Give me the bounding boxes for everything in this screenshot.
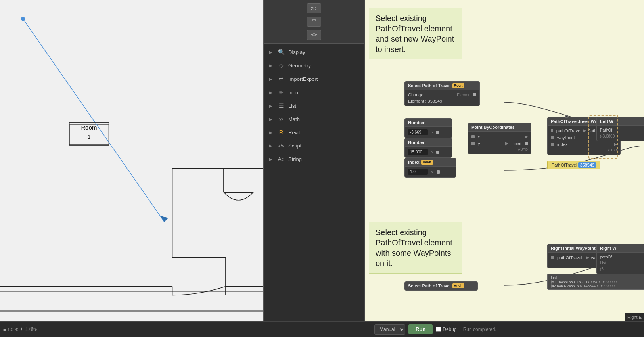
- node-number2[interactable]: Number 15.000 >: [404, 138, 452, 158]
- menu-item-label: Math: [288, 116, 300, 122]
- debug-checkbox[interactable]: [436, 327, 441, 332]
- importexport-icon: ⇄: [277, 76, 285, 82]
- node-header-select-path-top: Select Path of Travel Revit: [405, 82, 479, 90]
- menu-item-label: Input: [288, 90, 300, 96]
- svg-text:Room: Room: [81, 124, 97, 131]
- bottom-bar: ■ 1:0 ⊕ ✦ 主模型 Manual Run Debug Run compl…: [0, 321, 644, 337]
- menu-item-list[interactable]: ▶ ☰ List: [264, 99, 364, 113]
- node-header-point: Point.ByCoordinates: [468, 123, 531, 132]
- node-row-value1: -3.669 >: [405, 128, 452, 136]
- chevron-right-icon: ▶: [269, 90, 272, 95]
- canvas-area: Room 1: [0, 0, 264, 321]
- svg-text:2D: 2D: [311, 6, 316, 11]
- node-select-path-top[interactable]: Select Path of Travel Revit Change Eleme…: [404, 81, 480, 106]
- debug-row: Debug: [436, 327, 456, 332]
- chevron-right-icon: ▶: [269, 117, 272, 121]
- settings-icon-btn[interactable]: [307, 30, 321, 40]
- menu-item-label: Display: [288, 49, 305, 55]
- annotation-bottom: Select existing PathOfTravel element wit…: [369, 222, 462, 274]
- run-controls: Manual Run Debug Run completed.: [374, 324, 641, 335]
- list-title: List: [551, 276, 644, 280]
- node-select-path-bottom[interactable]: Select Path of Travel Revit: [404, 281, 478, 291]
- node-row-x: x ▶: [468, 133, 531, 140]
- input-icon: ✏: [277, 89, 285, 96]
- node-auto-label: AUTO: [468, 147, 531, 152]
- node-partial-right-bottom[interactable]: Right W pathOf List (5: [596, 244, 644, 274]
- run-button[interactable]: Run: [408, 324, 433, 334]
- svg-point-16: [21, 17, 25, 21]
- node-number1[interactable]: Number -3.669 >: [404, 118, 452, 138]
- revit-icon: R: [277, 129, 285, 136]
- menu-item-script[interactable]: ▶ </> Script: [264, 139, 364, 152]
- list-item-1: (51.764361580, 16.711799679, 0.000000: [551, 280, 644, 284]
- chevron-right-icon: ▶: [269, 63, 272, 68]
- menu-item-input[interactable]: ▶ ✏ Input: [264, 86, 364, 99]
- node-header-right-bottom: Right W: [597, 244, 644, 253]
- menu-item-display[interactable]: ▶ 🔍 Display: [264, 45, 364, 59]
- menu-items: ▶ 🔍 Display ▶ ◇ Geometry ▶ ⇄ ImportExpor…: [264, 44, 364, 321]
- menu-item-label: ImportExport: [288, 76, 318, 82]
- svg-point-22: [313, 34, 315, 36]
- chevron-right-icon: ▶: [269, 77, 272, 81]
- dashed-outline-box: [588, 115, 618, 159]
- node-row-change: Change Element: [405, 92, 479, 98]
- script-icon: </>: [277, 144, 285, 148]
- path-output-box: PathOfTravel 358549: [547, 161, 600, 169]
- menu-item-revit[interactable]: ▶ R Revit: [264, 126, 364, 139]
- search-icon: 🔍: [277, 49, 285, 55]
- node-header-number2: Number: [405, 138, 452, 147]
- node-header-number1: Number: [405, 119, 452, 127]
- chevron-right-icon: ▶: [269, 130, 272, 135]
- node-row-y: y ▶ Point: [468, 140, 531, 147]
- list-item-2: (42.646072483, 3.614468449, 0.000000: [551, 284, 644, 288]
- chevron-right-icon: ▶: [269, 104, 272, 108]
- chevron-right-icon: ▶: [269, 144, 272, 148]
- menu-item-label: Geometry: [288, 63, 311, 69]
- debug-label: Debug: [443, 327, 456, 332]
- node-row-rightb-list: List: [597, 260, 644, 266]
- chevron-right-icon: ▶: [269, 157, 272, 161]
- geometry-icon: ◇: [277, 62, 285, 69]
- execution-mode-select[interactable]: Manual: [374, 324, 405, 335]
- node-point-by-coords[interactable]: Point.ByCoordinates x ▶ y ▶ Point AUTO: [468, 123, 531, 154]
- menu-item-label: Script: [288, 143, 301, 149]
- node-header-index: Index Revit: [405, 158, 456, 167]
- node-row-rightb-list2: (5: [597, 266, 644, 272]
- node-graph-area[interactable]: Select existing PathOfTravel element and…: [365, 0, 644, 321]
- string-icon: Ab: [277, 156, 285, 162]
- node-index[interactable]: Index Revit 1.0; >: [404, 158, 456, 178]
- menu-item-geometry[interactable]: ▶ ◇ Geometry: [264, 59, 364, 72]
- run-status: Run completed.: [463, 327, 496, 332]
- menu-item-math[interactable]: ▶ x² Math: [264, 113, 364, 126]
- menu-item-label: List: [288, 103, 296, 109]
- 2d-icon-btn[interactable]: 2D: [307, 3, 321, 13]
- list-output-box: List (51.764361580, 16.711799679, 0.0000…: [547, 274, 644, 290]
- menu-item-label: String: [288, 156, 302, 162]
- svg-text:1: 1: [88, 134, 91, 140]
- annotation-top: Select existing PathOfTravel element and…: [369, 8, 462, 59]
- menu-panel: 2D ▶ 🔍 Display: [264, 0, 365, 321]
- svg-rect-0: [0, 10, 263, 311]
- node-header-select-bottom: Select Path of Travel Revit: [405, 282, 477, 290]
- right-e-label: Right E: [625, 313, 644, 321]
- math-icon: x²: [277, 117, 285, 122]
- menu-top-bar: 2D: [264, 0, 364, 44]
- menu-item-importexport[interactable]: ▶ ⇄ ImportExport: [264, 72, 364, 86]
- nav-icon-btn[interactable]: [307, 17, 321, 27]
- node-row-element: Element : 358549: [405, 98, 479, 104]
- canvas-status-bar: ■ 1:0 ⊕ ✦ 主模型: [3, 326, 267, 332]
- menu-item-label: Revit: [288, 130, 300, 136]
- chevron-right-icon: ▶: [269, 50, 272, 54]
- node-row-rightb: pathOf: [597, 254, 644, 260]
- connection-dot-top: [565, 115, 568, 118]
- node-row-index-value: 1.0; >: [405, 168, 456, 176]
- menu-item-string[interactable]: ▶ Ab String: [264, 152, 364, 166]
- node-row-value2: 15.000 >: [405, 148, 452, 156]
- list-icon: ☰: [277, 103, 285, 109]
